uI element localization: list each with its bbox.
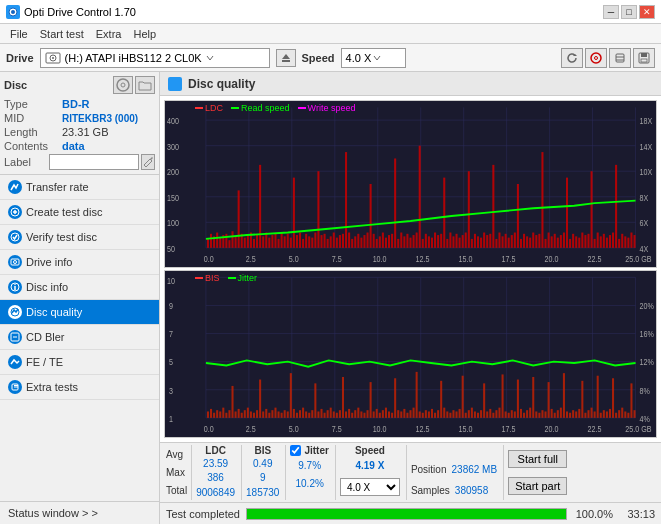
svg-rect-303	[357, 408, 359, 418]
sidebar-item-transfer-rate[interactable]: Transfer rate	[0, 175, 159, 200]
menu-start-test[interactable]: Start test	[34, 27, 90, 41]
sidebar-item-cd-bler[interactable]: CD Bler	[0, 325, 159, 350]
svg-rect-277	[278, 411, 280, 417]
svg-rect-188	[557, 238, 559, 248]
disc-button[interactable]	[585, 48, 607, 68]
disc-small-icon[interactable]	[113, 76, 133, 94]
svg-rect-189	[560, 235, 562, 248]
sidebar-item-disc-info[interactable]: Disc info	[0, 275, 159, 300]
bis-chart-svg: 1 3 5 7 9 10 4% 8% 12% 16% 20% 0.0 2.5 5…	[165, 271, 656, 437]
sidebar-item-verify-test-disc[interactable]: Verify test disc	[0, 225, 159, 250]
svg-rect-371	[566, 411, 568, 417]
refresh-button[interactable]	[561, 48, 583, 68]
settings-button[interactable]	[609, 48, 631, 68]
jitter-checkbox[interactable]	[290, 445, 301, 456]
total-row-label: Total	[166, 485, 187, 496]
svg-rect-137	[400, 233, 402, 248]
svg-text:5: 5	[169, 358, 173, 368]
svg-rect-185	[548, 233, 550, 248]
close-button[interactable]: ✕	[639, 5, 655, 19]
svg-rect-381	[597, 376, 599, 418]
svg-rect-120	[348, 233, 350, 248]
ldc-stats-col: LDC 23.59 386 9006849	[191, 445, 239, 500]
disc-browse-icon[interactable]	[135, 76, 155, 94]
speed-select[interactable]: 4.0 X	[341, 48, 406, 68]
svg-point-8	[591, 53, 601, 63]
svg-rect-157	[462, 235, 464, 248]
sidebar-item-extra-tests[interactable]: Extra tests	[0, 375, 159, 400]
svg-rect-392	[630, 383, 632, 417]
svg-rect-311	[382, 410, 384, 418]
svg-rect-103	[296, 235, 298, 248]
jitter-label-legend: Jitter	[238, 273, 258, 283]
svg-point-9	[595, 56, 598, 59]
svg-rect-257	[216, 410, 218, 418]
toolbar-icons	[561, 48, 655, 68]
svg-rect-211	[627, 238, 629, 248]
svg-rect-89	[253, 239, 255, 248]
menu-file[interactable]: File	[4, 27, 34, 41]
svg-rect-379	[591, 408, 593, 418]
folder-icon	[138, 78, 152, 92]
svg-rect-337	[462, 376, 464, 418]
refresh-icon	[566, 52, 578, 64]
svg-rect-282	[293, 409, 295, 418]
progress-bar-fill	[247, 509, 566, 519]
ldc-stats-values: 23.59 386 9006849	[196, 456, 235, 500]
svg-rect-105	[302, 239, 304, 248]
svg-rect-289	[314, 383, 316, 417]
disc-label-button[interactable]	[141, 154, 155, 170]
svg-rect-14	[641, 53, 647, 57]
svg-rect-366	[551, 409, 553, 418]
drive-icon	[45, 50, 61, 66]
svg-rect-151	[443, 178, 445, 248]
speed-dropdown-select[interactable]: 4.0 X 2.0 X 8.0 X	[340, 478, 400, 496]
svg-rect-285	[302, 408, 304, 418]
drive-select[interactable]: (H:) ATAPI iHBS112 2 CL0K	[40, 48, 270, 68]
disc-quality-header-icon	[168, 77, 182, 91]
svg-rect-305	[363, 413, 365, 418]
svg-text:150: 150	[167, 193, 179, 203]
speed-stats-col: Speed 4.19 X 4.0 X 2.0 X 8.0 X	[335, 445, 404, 500]
svg-rect-310	[379, 413, 381, 418]
settings-icon	[614, 52, 626, 64]
menu-extra[interactable]: Extra	[90, 27, 128, 41]
svg-rect-331	[443, 408, 445, 418]
svg-rect-308	[373, 411, 375, 417]
minimize-button[interactable]: ─	[603, 5, 619, 19]
svg-rect-121	[351, 239, 353, 248]
status-window-button[interactable]: Status window > >	[0, 501, 159, 524]
svg-point-1	[11, 10, 15, 14]
transfer-rate-icon	[8, 180, 22, 194]
sidebar-item-drive-info[interactable]: Drive info	[0, 250, 159, 275]
svg-rect-275	[271, 410, 273, 418]
svg-rect-339	[468, 410, 470, 418]
start-part-button[interactable]: Start part	[508, 477, 567, 495]
maximize-button[interactable]: □	[621, 5, 637, 19]
svg-rect-131	[382, 233, 384, 248]
sidebar-item-disc-quality[interactable]: Disc quality	[0, 300, 159, 325]
svg-rect-255	[210, 409, 212, 418]
svg-rect-326	[428, 411, 430, 417]
create-test-disc-label: Create test disc	[26, 206, 102, 218]
svg-rect-263	[235, 411, 237, 417]
svg-rect-158	[465, 233, 467, 248]
svg-rect-149	[437, 235, 439, 248]
max-row-label: Max	[166, 467, 187, 478]
disc-label-input[interactable]	[49, 154, 139, 170]
jitter-stats-values: 9.7% 10.2%	[295, 456, 323, 500]
start-full-button[interactable]: Start full	[508, 450, 567, 468]
disc-type-row: Type BD-R	[4, 98, 155, 110]
disc-type-value: BD-R	[62, 98, 90, 110]
sidebar-item-fe-te[interactable]: FE / TE	[0, 350, 159, 375]
svg-rect-270	[256, 410, 258, 418]
menu-help[interactable]: Help	[127, 27, 162, 41]
save-button[interactable]	[633, 48, 655, 68]
eject-button[interactable]	[276, 49, 296, 67]
svg-text:22.5: 22.5	[587, 254, 601, 264]
svg-rect-125	[363, 235, 365, 248]
time-text: 33:13	[619, 508, 655, 520]
svg-rect-338	[465, 413, 467, 418]
drive-label: Drive	[6, 52, 34, 64]
sidebar-item-create-test-disc[interactable]: Create test disc	[0, 200, 159, 225]
